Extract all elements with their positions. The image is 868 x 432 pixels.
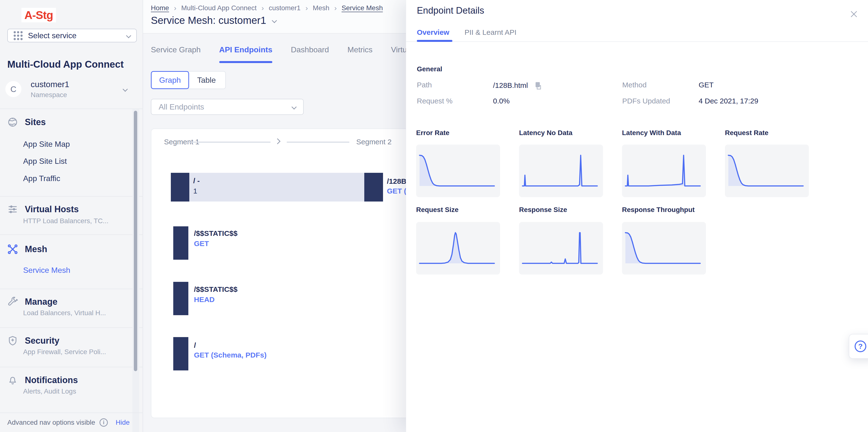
sidebar-scrollbar-thumb[interactable] xyxy=(134,111,137,371)
graph-node-source[interactable] xyxy=(171,173,189,202)
tab-service-graph[interactable]: Service Graph xyxy=(151,45,201,63)
node-path: /128B xyxy=(387,177,406,185)
field-value-pdfs-updated: 4 Dec 2021, 17:29 xyxy=(699,97,758,105)
sidebar-section-sites[interactable]: Sites xyxy=(7,117,46,127)
api-endpoints-graph-card: Segment 1 Segment 2 / - 1 /128B GET ( /$… xyxy=(151,128,416,418)
panel-tab-overview[interactable]: Overview xyxy=(417,28,449,36)
sidebar-section-title: Virtual Hosts xyxy=(25,204,79,214)
sidebar-section-subtitle: Alerts, Audit Logs xyxy=(23,388,76,395)
sidebar-section-subtitle: App Firewall, Service Poli... xyxy=(23,348,106,356)
graph-view-button[interactable]: Graph xyxy=(151,71,189,89)
graph-node[interactable] xyxy=(173,282,188,315)
sidebar-item-service-mesh[interactable]: Service Mesh xyxy=(23,266,70,275)
divider xyxy=(406,41,868,42)
tab-metrics[interactable]: Metrics xyxy=(347,45,373,63)
breadcrumb-separator: › xyxy=(174,4,177,12)
sidebar-item-app-site-list[interactable]: App Site List xyxy=(23,157,67,166)
breadcrumb-home[interactable]: Home xyxy=(151,4,169,12)
view-toggle: Graph Table xyxy=(151,71,226,89)
sidebar-section-manage[interactable]: Manage xyxy=(7,297,57,307)
chevron-down-icon[interactable] xyxy=(272,18,277,23)
breadcrumb-service-mesh[interactable]: Service Mesh xyxy=(342,4,383,12)
chart-title-response-size: Response Size xyxy=(519,206,567,214)
tab-dashboard[interactable]: Dashboard xyxy=(291,45,329,63)
divider xyxy=(0,235,143,235)
sparkline-request-size xyxy=(416,222,500,275)
breadcrumb-separator: › xyxy=(305,4,308,12)
help-button[interactable]: ? xyxy=(849,334,868,359)
close-icon[interactable] xyxy=(849,9,859,19)
page-title: Service Mesh: customer1 xyxy=(151,14,266,26)
chevron-down-icon xyxy=(123,86,128,92)
field-value-method: GET xyxy=(699,81,714,89)
segment-header: Segment 1 Segment 2 xyxy=(151,136,415,149)
sidebar-item-app-site-map[interactable]: App Site Map xyxy=(23,140,70,149)
hide-link[interactable]: Hide xyxy=(116,419,130,426)
sidebar-section-title: Sites xyxy=(25,117,46,127)
divider xyxy=(0,196,143,197)
breadcrumb-multicloud[interactable]: Multi-Cloud App Connect xyxy=(181,4,257,12)
copy-icon[interactable] xyxy=(534,81,543,90)
node-method: GET xyxy=(194,240,209,248)
select-service-dropdown[interactable]: Select service xyxy=(7,29,137,42)
node-path: /$$STATIC$$ xyxy=(194,285,238,294)
graph-node-target[interactable] xyxy=(364,173,383,202)
namespace-label: Namespace xyxy=(31,91,123,99)
sparkline-response-size xyxy=(519,222,603,275)
sidebar-section-title: Mesh xyxy=(25,244,47,254)
sidebar-footer: Advanced nav options visible i Hide xyxy=(0,412,143,432)
tab-virtual-hosts[interactable]: Virtu xyxy=(391,45,407,63)
grid-dots-icon xyxy=(13,31,23,40)
graph-edge-band[interactable] xyxy=(189,173,364,202)
breadcrumb-customer1[interactable]: customer1 xyxy=(269,4,301,12)
sidebar: A-Stg Select service Multi-Cloud App Con… xyxy=(0,0,143,432)
bell-icon xyxy=(7,375,18,385)
sparkline-latency-with-data xyxy=(622,145,706,197)
sidebar-section-virtual-hosts[interactable]: Virtual Hosts xyxy=(7,204,79,215)
sidebar-section-title: Security xyxy=(25,336,59,346)
graph-node[interactable] xyxy=(173,226,188,260)
breadcrumb-mesh[interactable]: Mesh xyxy=(313,4,329,12)
segment-line xyxy=(287,142,349,143)
chart-title-request-rate: Request Rate xyxy=(725,129,769,137)
load-balancer-icon xyxy=(7,204,18,215)
namespace-avatar: C xyxy=(5,81,22,97)
sparkline-response-throughput xyxy=(622,222,706,275)
sidebar-section-subtitle: Load Balancers, Virtual H... xyxy=(23,309,106,317)
node-path: / - xyxy=(193,177,200,185)
sidebar-section-title: Manage xyxy=(25,297,57,307)
divider xyxy=(0,327,143,328)
chart-title-error-rate: Error Rate xyxy=(416,129,450,137)
main-tabs: Service Graph API Endpoints Dashboard Me… xyxy=(151,45,407,63)
divider xyxy=(0,289,143,289)
brand-logo[interactable]: A-Stg xyxy=(22,8,56,22)
field-label-method: Method xyxy=(622,81,647,89)
graph-node[interactable] xyxy=(173,337,188,370)
breadcrumb: Home › Multi-Cloud App Connect › custome… xyxy=(151,4,383,12)
select-service-label: Select service xyxy=(28,31,121,40)
tab-api-endpoints[interactable]: API Endpoints xyxy=(219,45,273,63)
namespace-name: customer1 xyxy=(31,80,123,89)
info-circle-icon: i xyxy=(99,419,108,427)
wrench-icon xyxy=(7,297,18,307)
table-view-button[interactable]: Table xyxy=(188,71,226,89)
segment-line xyxy=(187,142,271,143)
chart-title-latency-with-data: Latency With Data xyxy=(622,129,681,137)
namespace-selector[interactable]: C customer1 Namespace xyxy=(5,78,137,101)
chart-title-response-throughput: Response Throughput xyxy=(622,206,695,214)
brand-logo-text: A-Stg xyxy=(24,8,53,22)
sidebar-section-security[interactable]: Security xyxy=(7,335,59,346)
node-method: GET (Schema, PDFs) xyxy=(194,351,267,359)
endpoint-filter-dropdown[interactable]: All Endpoints xyxy=(151,99,304,115)
globe-icon xyxy=(7,117,18,127)
sidebar-section-mesh[interactable]: Mesh xyxy=(7,244,47,254)
divider xyxy=(0,367,143,367)
field-value-request-pct: 0.0% xyxy=(493,97,509,105)
segment2-label: Segment 2 xyxy=(356,138,392,146)
sidebar-section-notifications[interactable]: Notifications xyxy=(7,375,78,385)
sidebar-item-app-traffic[interactable]: App Traffic xyxy=(23,174,60,183)
advanced-nav-label: Advanced nav options visible xyxy=(7,419,95,426)
panel-tab-pii-learnt-api[interactable]: PII & Learnt API xyxy=(465,28,516,36)
field-label-pdfs-updated: PDFs Updated xyxy=(622,97,670,105)
sparkline-request-rate xyxy=(725,145,809,197)
